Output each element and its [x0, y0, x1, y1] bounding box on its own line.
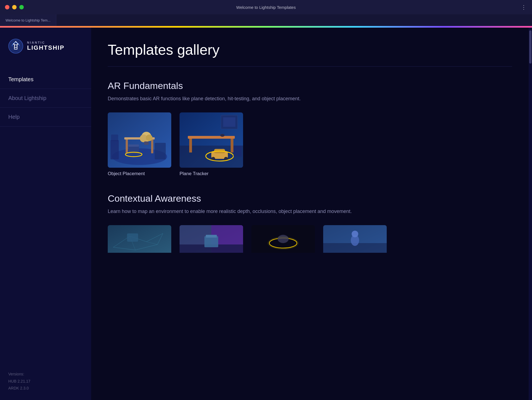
lightship-logo-icon — [8, 39, 23, 54]
svg-rect-5 — [126, 140, 128, 153]
close-button[interactable] — [5, 5, 9, 9]
svg-rect-45 — [204, 236, 218, 247]
section-title-ar: AR Fundamentals — [108, 80, 512, 91]
svg-rect-19 — [188, 136, 235, 139]
svg-rect-6 — [151, 140, 153, 153]
template-label-plane-tracker: Plane Tracker — [180, 171, 243, 177]
ardk-version: ARDK 2.3.0 — [8, 385, 83, 392]
template-ca-3[interactable] — [251, 225, 315, 253]
thumbnail-ca-2 — [180, 225, 243, 253]
logo-text: NIANTIC LIGHTSHIP — [27, 41, 64, 51]
version-info: Versions: HUB 2.21.17 ARDK 2.3.0 — [0, 365, 91, 400]
logo-niantic: NIANTIC — [27, 41, 64, 44]
tab-welcome[interactable]: Welcome to Lightship Tem... — [0, 14, 56, 26]
svg-point-22 — [220, 134, 225, 137]
window-menu[interactable]: ⋮ — [521, 4, 527, 10]
thumbnail-ca-3 — [251, 225, 315, 253]
svg-rect-10 — [144, 141, 149, 145]
logo-lightship: LIGHTSHIP — [27, 44, 64, 51]
thumbnail-ca-1 — [108, 225, 171, 253]
svg-point-9 — [146, 135, 152, 141]
svg-rect-11 — [128, 146, 139, 154]
svg-rect-21 — [231, 139, 233, 152]
svg-point-55 — [352, 231, 358, 237]
svg-rect-16 — [111, 135, 118, 141]
template-ca-1[interactable] — [108, 225, 171, 253]
content-area: Templates gallery AR Fundamentals Demons… — [91, 28, 529, 400]
main-layout: NIANTIC LIGHTSHIP Templates About Lights… — [0, 28, 532, 400]
window-controls — [5, 5, 24, 9]
svg-rect-29 — [223, 117, 235, 127]
versions-label: Versions: — [8, 371, 83, 378]
thumbnail-object-placement — [108, 112, 171, 168]
sidebar-item-templates[interactable]: Templates — [0, 70, 91, 89]
template-ca-2[interactable] — [180, 225, 243, 253]
section-title-ca: Contextual Awareness — [108, 193, 512, 204]
svg-rect-30 — [233, 146, 242, 157]
thumbnail-ca-4 — [323, 225, 387, 253]
scrollbar-thumb[interactable] — [529, 30, 531, 64]
page-title: Templates gallery — [108, 41, 512, 58]
scrollbar-track[interactable] — [529, 28, 532, 400]
svg-rect-40 — [127, 233, 138, 242]
section-desc-ar: Demonstrates basic AR functions like pla… — [108, 95, 356, 102]
window-title: Welcome to Lightship Templates — [236, 5, 296, 10]
ca-templates-grid — [108, 225, 512, 253]
sidebar-item-help[interactable]: Help — [0, 108, 91, 127]
title-bar: Welcome to Lightship Templates ⋮ — [0, 0, 532, 14]
svg-rect-14 — [155, 143, 166, 159]
maximize-button[interactable] — [19, 5, 24, 9]
ar-templates-grid: Object Placement — [108, 112, 512, 177]
section-contextual-awareness: Contextual Awareness Learn how to map an… — [108, 193, 512, 253]
hub-version: HUB 2.21.17 — [8, 378, 83, 385]
svg-rect-20 — [189, 139, 192, 152]
svg-rect-12 — [128, 144, 139, 147]
svg-rect-15 — [110, 140, 119, 159]
sidebar-item-about[interactable]: About Lightship — [0, 89, 91, 108]
template-label-object-placement: Object Placement — [108, 171, 171, 177]
template-object-placement[interactable]: Object Placement — [108, 112, 171, 177]
logo-area: NIANTIC LIGHTSHIP — [0, 36, 91, 65]
sidebar-navigation: Templates About Lightship Help — [0, 65, 91, 365]
svg-rect-46 — [206, 235, 217, 238]
tab-label: Welcome to Lightship Tem... — [6, 18, 51, 22]
minimize-button[interactable] — [12, 5, 17, 9]
tab-bar: Welcome to Lightship Tem... — [0, 14, 532, 26]
section-desc-ca: Learn how to map an environment to enabl… — [108, 208, 356, 215]
template-plane-tracker[interactable]: Plane Tracker — [180, 112, 243, 177]
svg-point-49 — [278, 235, 289, 243]
template-ca-4[interactable] — [323, 225, 387, 253]
section-ar-fundamentals: AR Fundamentals Demonstrates basic AR fu… — [108, 80, 512, 177]
svg-rect-31 — [108, 225, 171, 253]
sidebar: NIANTIC LIGHTSHIP Templates About Lights… — [0, 28, 91, 400]
title-divider — [108, 66, 512, 67]
thumbnail-plane-tracker — [180, 112, 243, 168]
